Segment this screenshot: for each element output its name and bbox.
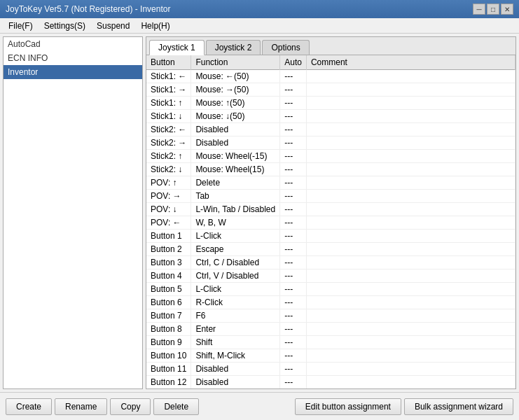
table-cell: Ctrl, V / Disabled bbox=[191, 270, 280, 283]
table-cell: Button 4 bbox=[146, 270, 191, 283]
table-row[interactable]: POV: ↓L-Win, Tab / Disabled--- bbox=[146, 203, 515, 216]
table-cell: Button 10 bbox=[146, 349, 191, 363]
table-row[interactable]: Button 9Shift--- bbox=[146, 336, 515, 349]
col-header-function: Function bbox=[191, 55, 280, 70]
table-row[interactable]: POV: →Tab--- bbox=[146, 190, 515, 203]
copy-button[interactable]: Copy bbox=[110, 398, 151, 415]
table-cell: --- bbox=[280, 270, 307, 283]
table-row[interactable]: Button 12Disabled--- bbox=[146, 376, 515, 389]
table-cell: POV: ↑ bbox=[146, 176, 191, 190]
table-cell: Delete bbox=[191, 176, 280, 190]
table-cell: Disabled bbox=[191, 363, 280, 376]
table-cell: --- bbox=[280, 296, 307, 309]
table-cell: Shift bbox=[191, 336, 280, 349]
button-table: Button Function Auto Comment Stick1: ←Mo… bbox=[146, 55, 515, 388]
tab-bar: Joystick 1 Joystick 2 Options bbox=[146, 37, 515, 55]
table-row[interactable]: Button 11Disabled--- bbox=[146, 363, 515, 376]
table-row[interactable]: Button 5L-Click--- bbox=[146, 283, 515, 296]
table-cell: --- bbox=[280, 203, 307, 216]
table-cell: Button 3 bbox=[146, 256, 191, 270]
table-row[interactable]: Stick1: ←Mouse: ←(50)--- bbox=[146, 70, 515, 83]
table-cell: Button 9 bbox=[146, 336, 191, 349]
table-cell: Mouse: ↓(50) bbox=[191, 110, 280, 123]
table-cell: --- bbox=[280, 163, 307, 176]
table-cell: Button 8 bbox=[146, 323, 191, 336]
table-cell: Mouse: →(50) bbox=[191, 83, 280, 97]
bottom-left-buttons: Create Rename Copy Delete bbox=[6, 398, 199, 415]
tab-options[interactable]: Options bbox=[262, 40, 309, 55]
table-cell bbox=[306, 349, 515, 363]
table-cell: Stick1: ↑ bbox=[146, 97, 191, 110]
table-cell bbox=[306, 256, 515, 270]
close-button[interactable]: ✕ bbox=[501, 4, 513, 15]
table-cell: L-Click bbox=[191, 230, 280, 243]
table-cell: Button 1 bbox=[146, 230, 191, 243]
menu-settings[interactable]: Settings(S) bbox=[39, 20, 91, 32]
table-cell: --- bbox=[280, 70, 307, 83]
tab-joystick2[interactable]: Joystick 2 bbox=[206, 40, 261, 55]
sidebar-item-inventor[interactable]: Inventor bbox=[4, 65, 142, 79]
table-cell: Stick1: → bbox=[146, 83, 191, 97]
table-row[interactable]: Button 1L-Click--- bbox=[146, 230, 515, 243]
table-cell: Disabled bbox=[191, 136, 280, 150]
table-cell: Escape bbox=[191, 243, 280, 256]
table-cell: Enter bbox=[191, 323, 280, 336]
table-cell bbox=[306, 150, 515, 163]
table-row[interactable]: Button 8Enter--- bbox=[146, 323, 515, 336]
table-cell: --- bbox=[280, 349, 307, 363]
menu-help[interactable]: Help(H) bbox=[135, 20, 175, 32]
minimize-button[interactable]: ─ bbox=[473, 4, 485, 15]
table-row[interactable]: Button 4Ctrl, V / Disabled--- bbox=[146, 270, 515, 283]
table-row[interactable]: Button 6R-Click--- bbox=[146, 296, 515, 309]
table-row[interactable]: Button 7F6--- bbox=[146, 309, 515, 323]
maximize-button[interactable]: □ bbox=[487, 4, 499, 15]
table-row[interactable]: Stick2: ↑Mouse: Wheel(-15)--- bbox=[146, 150, 515, 163]
table-row[interactable]: Stick2: ←Disabled--- bbox=[146, 123, 515, 136]
table-row[interactable]: Stick2: →Disabled--- bbox=[146, 136, 515, 150]
table-cell bbox=[306, 70, 515, 83]
tab-joystick1[interactable]: Joystick 1 bbox=[149, 40, 205, 55]
table-cell: Button 6 bbox=[146, 296, 191, 309]
table-cell bbox=[306, 283, 515, 296]
table-cell: --- bbox=[280, 283, 307, 296]
table-cell bbox=[306, 323, 515, 336]
table-row[interactable]: POV: ←W, B, W--- bbox=[146, 216, 515, 230]
table-cell bbox=[306, 230, 515, 243]
table-row[interactable]: Stick1: →Mouse: →(50)--- bbox=[146, 83, 515, 97]
table-cell: L-Click bbox=[191, 283, 280, 296]
table-cell: --- bbox=[280, 376, 307, 389]
app-title: JoyToKey Ver5.7 (Not Registered) - Inven… bbox=[6, 4, 170, 14]
menu-file[interactable]: File(F) bbox=[3, 20, 39, 32]
sidebar-item-autocad[interactable]: AutoCad bbox=[4, 37, 142, 51]
create-button[interactable]: Create bbox=[6, 398, 52, 415]
table-row[interactable]: Stick1: ↓Mouse: ↓(50)--- bbox=[146, 110, 515, 123]
table-row[interactable]: Stick1: ↑Mouse: ↑(50)--- bbox=[146, 97, 515, 110]
table-row[interactable]: POV: ↑Delete--- bbox=[146, 176, 515, 190]
table-cell: Mouse: ↑(50) bbox=[191, 97, 280, 110]
bulk-assignment-wizard-button[interactable]: Bulk assignment wizard bbox=[404, 398, 513, 415]
table-row[interactable]: Stick2: ↓Mouse: Wheel(15)--- bbox=[146, 163, 515, 176]
table-cell: Button 2 bbox=[146, 243, 191, 256]
table-cell bbox=[306, 110, 515, 123]
table-cell: Button 12 bbox=[146, 376, 191, 389]
sidebar-item-ecninfo[interactable]: ECN INFO bbox=[4, 51, 142, 65]
table-cell: --- bbox=[280, 216, 307, 230]
button-table-container[interactable]: Button Function Auto Comment Stick1: ←Mo… bbox=[146, 55, 515, 388]
table-cell bbox=[306, 216, 515, 230]
table-cell bbox=[306, 97, 515, 110]
table-row[interactable]: Button 2Escape--- bbox=[146, 243, 515, 256]
main-content: AutoCad ECN INFO Inventor Joystick 1 Joy… bbox=[0, 34, 519, 392]
table-cell: POV: ← bbox=[146, 216, 191, 230]
col-header-button: Button bbox=[146, 55, 191, 70]
table-cell bbox=[306, 363, 515, 376]
table-cell bbox=[306, 163, 515, 176]
edit-button-assignment-button[interactable]: Edit button assignment bbox=[295, 398, 401, 415]
table-cell: F6 bbox=[191, 309, 280, 323]
table-cell bbox=[306, 203, 515, 216]
table-row[interactable]: Button 3Ctrl, C / Disabled--- bbox=[146, 256, 515, 270]
delete-button[interactable]: Delete bbox=[153, 398, 199, 415]
rename-button[interactable]: Rename bbox=[55, 398, 107, 415]
menu-suspend[interactable]: Suspend bbox=[91, 20, 135, 32]
table-row[interactable]: Button 10Shift, M-Click--- bbox=[146, 349, 515, 363]
table-cell: Stick1: ↓ bbox=[146, 110, 191, 123]
